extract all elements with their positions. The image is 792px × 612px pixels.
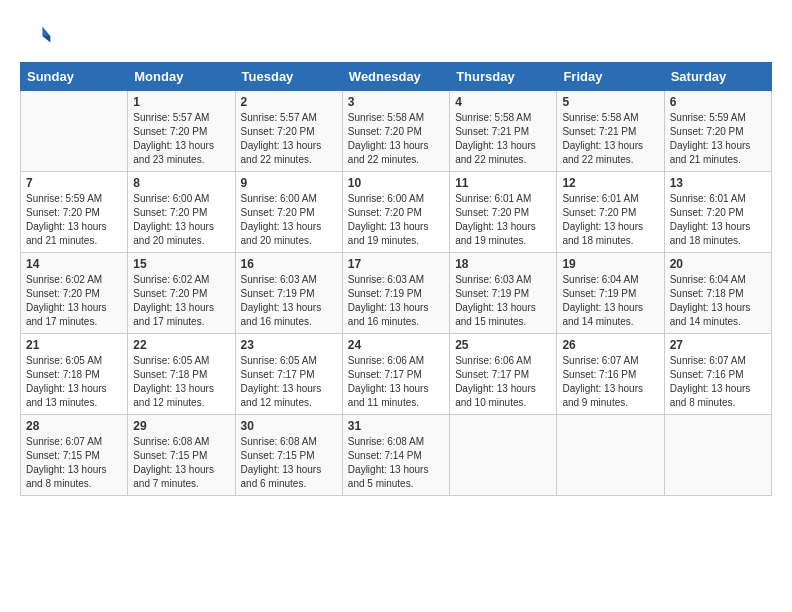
calendar-cell: 25Sunrise: 6:06 AM Sunset: 7:17 PM Dayli… <box>450 334 557 415</box>
day-number: 28 <box>26 419 122 433</box>
day-info: Sunrise: 6:05 AM Sunset: 7:18 PM Dayligh… <box>133 354 229 410</box>
day-info: Sunrise: 6:02 AM Sunset: 7:20 PM Dayligh… <box>133 273 229 329</box>
calendar-cell: 29Sunrise: 6:08 AM Sunset: 7:15 PM Dayli… <box>128 415 235 496</box>
day-info: Sunrise: 6:00 AM Sunset: 7:20 PM Dayligh… <box>241 192 337 248</box>
day-info: Sunrise: 5:59 AM Sunset: 7:20 PM Dayligh… <box>670 111 766 167</box>
day-number: 27 <box>670 338 766 352</box>
day-number: 20 <box>670 257 766 271</box>
day-info: Sunrise: 6:00 AM Sunset: 7:20 PM Dayligh… <box>133 192 229 248</box>
day-info: Sunrise: 6:01 AM Sunset: 7:20 PM Dayligh… <box>455 192 551 248</box>
calendar-week-row: 28Sunrise: 6:07 AM Sunset: 7:15 PM Dayli… <box>21 415 772 496</box>
calendar-cell <box>21 91 128 172</box>
calendar-cell: 28Sunrise: 6:07 AM Sunset: 7:15 PM Dayli… <box>21 415 128 496</box>
day-number: 8 <box>133 176 229 190</box>
calendar-cell: 27Sunrise: 6:07 AM Sunset: 7:16 PM Dayli… <box>664 334 771 415</box>
day-of-week-header: Friday <box>557 63 664 91</box>
calendar-week-row: 7Sunrise: 5:59 AM Sunset: 7:20 PM Daylig… <box>21 172 772 253</box>
day-info: Sunrise: 5:57 AM Sunset: 7:20 PM Dayligh… <box>133 111 229 167</box>
day-of-week-header: Saturday <box>664 63 771 91</box>
calendar-cell: 23Sunrise: 6:05 AM Sunset: 7:17 PM Dayli… <box>235 334 342 415</box>
day-number: 2 <box>241 95 337 109</box>
calendar-cell: 16Sunrise: 6:03 AM Sunset: 7:19 PM Dayli… <box>235 253 342 334</box>
day-info: Sunrise: 5:59 AM Sunset: 7:20 PM Dayligh… <box>26 192 122 248</box>
calendar-cell: 8Sunrise: 6:00 AM Sunset: 7:20 PM Daylig… <box>128 172 235 253</box>
calendar-cell: 26Sunrise: 6:07 AM Sunset: 7:16 PM Dayli… <box>557 334 664 415</box>
calendar-cell: 15Sunrise: 6:02 AM Sunset: 7:20 PM Dayli… <box>128 253 235 334</box>
page-header <box>20 20 772 52</box>
calendar-cell: 9Sunrise: 6:00 AM Sunset: 7:20 PM Daylig… <box>235 172 342 253</box>
calendar-table: SundayMondayTuesdayWednesdayThursdayFrid… <box>20 62 772 496</box>
calendar-cell: 21Sunrise: 6:05 AM Sunset: 7:18 PM Dayli… <box>21 334 128 415</box>
calendar-cell: 18Sunrise: 6:03 AM Sunset: 7:19 PM Dayli… <box>450 253 557 334</box>
calendar-cell: 5Sunrise: 5:58 AM Sunset: 7:21 PM Daylig… <box>557 91 664 172</box>
day-number: 22 <box>133 338 229 352</box>
day-info: Sunrise: 6:07 AM Sunset: 7:16 PM Dayligh… <box>562 354 658 410</box>
day-info: Sunrise: 6:01 AM Sunset: 7:20 PM Dayligh… <box>562 192 658 248</box>
calendar-cell: 4Sunrise: 5:58 AM Sunset: 7:21 PM Daylig… <box>450 91 557 172</box>
day-info: Sunrise: 6:06 AM Sunset: 7:17 PM Dayligh… <box>455 354 551 410</box>
calendar-week-row: 21Sunrise: 6:05 AM Sunset: 7:18 PM Dayli… <box>21 334 772 415</box>
calendar-cell: 11Sunrise: 6:01 AM Sunset: 7:20 PM Dayli… <box>450 172 557 253</box>
svg-marker-1 <box>42 36 50 42</box>
day-number: 13 <box>670 176 766 190</box>
day-number: 25 <box>455 338 551 352</box>
day-of-week-header: Tuesday <box>235 63 342 91</box>
day-number: 24 <box>348 338 444 352</box>
day-number: 31 <box>348 419 444 433</box>
day-number: 10 <box>348 176 444 190</box>
day-info: Sunrise: 5:57 AM Sunset: 7:20 PM Dayligh… <box>241 111 337 167</box>
day-number: 7 <box>26 176 122 190</box>
day-info: Sunrise: 6:08 AM Sunset: 7:15 PM Dayligh… <box>241 435 337 491</box>
day-number: 9 <box>241 176 337 190</box>
calendar-cell: 12Sunrise: 6:01 AM Sunset: 7:20 PM Dayli… <box>557 172 664 253</box>
day-info: Sunrise: 5:58 AM Sunset: 7:21 PM Dayligh… <box>562 111 658 167</box>
day-info: Sunrise: 6:03 AM Sunset: 7:19 PM Dayligh… <box>455 273 551 329</box>
day-of-week-header: Thursday <box>450 63 557 91</box>
day-info: Sunrise: 6:03 AM Sunset: 7:19 PM Dayligh… <box>348 273 444 329</box>
calendar-cell: 14Sunrise: 6:02 AM Sunset: 7:20 PM Dayli… <box>21 253 128 334</box>
day-number: 3 <box>348 95 444 109</box>
day-info: Sunrise: 6:08 AM Sunset: 7:15 PM Dayligh… <box>133 435 229 491</box>
svg-marker-0 <box>42 26 50 36</box>
calendar-week-row: 1Sunrise: 5:57 AM Sunset: 7:20 PM Daylig… <box>21 91 772 172</box>
day-number: 1 <box>133 95 229 109</box>
day-info: Sunrise: 6:05 AM Sunset: 7:17 PM Dayligh… <box>241 354 337 410</box>
calendar-cell: 6Sunrise: 5:59 AM Sunset: 7:20 PM Daylig… <box>664 91 771 172</box>
day-info: Sunrise: 6:07 AM Sunset: 7:16 PM Dayligh… <box>670 354 766 410</box>
calendar-cell: 17Sunrise: 6:03 AM Sunset: 7:19 PM Dayli… <box>342 253 449 334</box>
calendar-cell: 10Sunrise: 6:00 AM Sunset: 7:20 PM Dayli… <box>342 172 449 253</box>
calendar-cell: 22Sunrise: 6:05 AM Sunset: 7:18 PM Dayli… <box>128 334 235 415</box>
day-info: Sunrise: 6:00 AM Sunset: 7:20 PM Dayligh… <box>348 192 444 248</box>
calendar-cell: 30Sunrise: 6:08 AM Sunset: 7:15 PM Dayli… <box>235 415 342 496</box>
day-number: 14 <box>26 257 122 271</box>
day-info: Sunrise: 6:03 AM Sunset: 7:19 PM Dayligh… <box>241 273 337 329</box>
day-info: Sunrise: 5:58 AM Sunset: 7:21 PM Dayligh… <box>455 111 551 167</box>
day-info: Sunrise: 6:08 AM Sunset: 7:14 PM Dayligh… <box>348 435 444 491</box>
day-info: Sunrise: 6:07 AM Sunset: 7:15 PM Dayligh… <box>26 435 122 491</box>
day-number: 23 <box>241 338 337 352</box>
day-number: 15 <box>133 257 229 271</box>
calendar-cell <box>664 415 771 496</box>
day-number: 26 <box>562 338 658 352</box>
day-number: 16 <box>241 257 337 271</box>
calendar-cell <box>557 415 664 496</box>
calendar-header-row: SundayMondayTuesdayWednesdayThursdayFrid… <box>21 63 772 91</box>
day-number: 6 <box>670 95 766 109</box>
calendar-cell: 3Sunrise: 5:58 AM Sunset: 7:20 PM Daylig… <box>342 91 449 172</box>
calendar-cell: 13Sunrise: 6:01 AM Sunset: 7:20 PM Dayli… <box>664 172 771 253</box>
day-info: Sunrise: 6:04 AM Sunset: 7:19 PM Dayligh… <box>562 273 658 329</box>
day-number: 19 <box>562 257 658 271</box>
day-info: Sunrise: 6:06 AM Sunset: 7:17 PM Dayligh… <box>348 354 444 410</box>
day-info: Sunrise: 6:05 AM Sunset: 7:18 PM Dayligh… <box>26 354 122 410</box>
calendar-cell: 19Sunrise: 6:04 AM Sunset: 7:19 PM Dayli… <box>557 253 664 334</box>
day-info: Sunrise: 6:04 AM Sunset: 7:18 PM Dayligh… <box>670 273 766 329</box>
calendar-cell: 2Sunrise: 5:57 AM Sunset: 7:20 PM Daylig… <box>235 91 342 172</box>
day-info: Sunrise: 6:01 AM Sunset: 7:20 PM Dayligh… <box>670 192 766 248</box>
day-number: 17 <box>348 257 444 271</box>
day-number: 12 <box>562 176 658 190</box>
day-number: 21 <box>26 338 122 352</box>
day-of-week-header: Sunday <box>21 63 128 91</box>
day-info: Sunrise: 5:58 AM Sunset: 7:20 PM Dayligh… <box>348 111 444 167</box>
calendar-cell: 1Sunrise: 5:57 AM Sunset: 7:20 PM Daylig… <box>128 91 235 172</box>
day-of-week-header: Wednesday <box>342 63 449 91</box>
